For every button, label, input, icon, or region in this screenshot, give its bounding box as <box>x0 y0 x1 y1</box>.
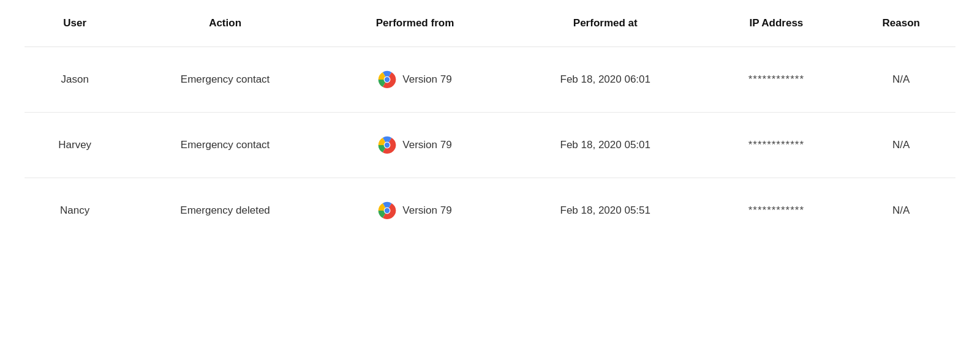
audit-log-table-container: User Action Performed from Performed at … <box>0 0 980 341</box>
cell-ip-address: ************ <box>706 47 846 113</box>
browser-version: Version 79 <box>402 204 451 217</box>
svg-point-2 <box>385 77 390 82</box>
cell-reason: N/A <box>846 113 956 178</box>
cell-reason: N/A <box>846 178 956 244</box>
col-header-performed-from: Performed from <box>325 0 505 47</box>
browser-version: Version 79 <box>402 139 451 151</box>
col-header-reason: Reason <box>846 0 956 47</box>
cell-reason: N/A <box>846 47 956 113</box>
chrome-icon <box>378 201 396 220</box>
table-row: Harvey Emergency contact Version 79 <box>24 113 956 178</box>
chrome-icon <box>378 70 396 89</box>
col-header-action: Action <box>125 0 325 47</box>
cell-performed-from: Version 79 <box>325 178 505 244</box>
col-header-performed-at: Performed at <box>505 0 706 47</box>
cell-ip-address: ************ <box>706 113 846 178</box>
audit-log-table: User Action Performed from Performed at … <box>24 0 956 243</box>
cell-user: Jason <box>24 47 125 113</box>
chrome-icon <box>378 136 396 154</box>
col-header-user: User <box>24 0 125 47</box>
cell-ip-address: ************ <box>706 178 846 244</box>
table-header-row: User Action Performed from Performed at … <box>24 0 956 47</box>
table-row: Nancy Emergency deleted Version 79 <box>24 178 956 244</box>
cell-performed-from: Version 79 <box>325 113 505 178</box>
cell-performed-at: Feb 18, 2020 06:01 <box>505 47 706 113</box>
cell-user: Nancy <box>24 178 125 244</box>
cell-action: Emergency contact <box>125 47 325 113</box>
cell-action: Emergency deleted <box>125 178 325 244</box>
cell-user: Harvey <box>24 113 125 178</box>
browser-version: Version 79 <box>402 73 451 86</box>
cell-performed-from: Version 79 <box>325 47 505 113</box>
cell-performed-at: Feb 18, 2020 05:51 <box>505 178 706 244</box>
svg-point-8 <box>385 208 390 213</box>
table-row: Jason Emergency contact Version 79 <box>24 47 956 113</box>
svg-point-5 <box>385 143 390 148</box>
cell-performed-at: Feb 18, 2020 05:01 <box>505 113 706 178</box>
col-header-ip-address: IP Address <box>706 0 846 47</box>
cell-action: Emergency contact <box>125 113 325 178</box>
